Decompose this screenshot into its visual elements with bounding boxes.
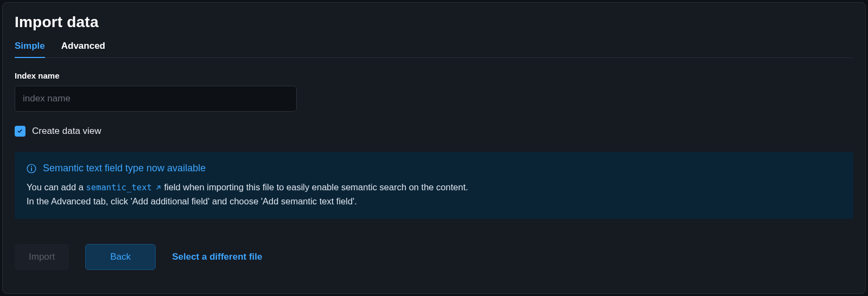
create-data-view-row: Create data view [15, 126, 853, 137]
svg-rect-1 [31, 168, 32, 171]
page-title: Import data [15, 14, 853, 31]
create-data-view-label[interactable]: Create data view [32, 126, 101, 137]
tab-advanced[interactable]: Advanced [61, 37, 105, 58]
tab-simple[interactable]: Simple [15, 37, 45, 58]
semantic-text-link[interactable]: semantic_text [86, 181, 162, 194]
form-section: Index name Create data view [15, 58, 853, 137]
tabs: Simple Advanced [15, 37, 853, 58]
create-data-view-checkbox[interactable] [15, 126, 25, 137]
info-icon [27, 164, 36, 173]
semantic-text-callout: Semantic text field type now available Y… [15, 152, 853, 219]
svg-rect-2 [31, 166, 32, 167]
callout-text-1b: field when importing this file to easily… [162, 182, 468, 192]
index-name-input[interactable] [15, 86, 297, 112]
import-data-panel: Import data Simple Advanced Index name C… [2, 2, 866, 294]
external-link-icon [155, 184, 162, 191]
callout-title: Semantic text field type now available [43, 163, 206, 174]
import-button[interactable]: Import [15, 244, 69, 270]
footer-buttons: Import Back Select a different file [15, 244, 853, 270]
index-name-label: Index name [15, 71, 853, 80]
back-button[interactable]: Back [85, 244, 156, 270]
callout-text-1a: You can add a [27, 182, 86, 192]
callout-header: Semantic text field type now available [27, 163, 841, 174]
check-icon [16, 127, 24, 135]
callout-text-2: In the Advanced tab, click 'Add addition… [27, 196, 357, 206]
callout-body: You can add a semantic_text field when i… [27, 181, 841, 208]
semantic-text-code: semantic_text [86, 181, 152, 194]
select-different-file-link[interactable]: Select a different file [172, 244, 262, 270]
